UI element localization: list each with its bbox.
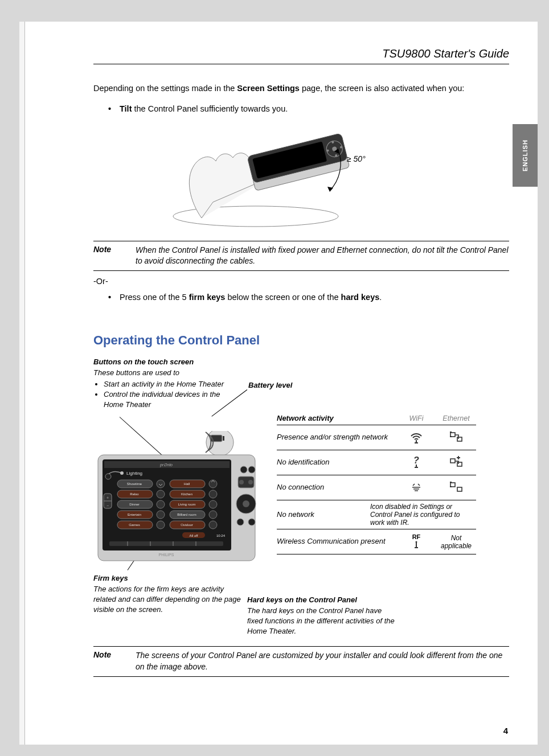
svg-rect-51 — [109, 541, 223, 546]
svg-text:+: + — [106, 496, 109, 500]
svg-point-41 — [209, 511, 217, 519]
page-header: TSU9800 Starter's Guide — [93, 47, 509, 64]
wifi-column-header: WiFi — [396, 414, 436, 422]
note-tilt: Note When the Control Panel is installed… — [93, 241, 509, 271]
network-activity-table: Network activity WiFi Ethernet Presence … — [277, 414, 476, 554]
ethernet-off-icon — [436, 479, 476, 496]
svg-point-66 — [248, 480, 253, 484]
svg-text:pr∅nto: pr∅nto — [159, 463, 173, 467]
svg-point-17 — [120, 471, 124, 475]
svg-point-65 — [239, 480, 244, 484]
svg-rect-81 — [457, 487, 462, 491]
svg-rect-72 — [450, 433, 455, 437]
firm-keys-callout: Firm keys The actions for the firm keys … — [93, 573, 241, 615]
svg-point-20 — [157, 480, 165, 488]
svg-point-69 — [237, 519, 244, 525]
svg-text:Relax: Relax — [130, 492, 138, 496]
svg-text:Showtime: Showtime — [127, 482, 142, 486]
svg-text:Billiard room: Billiard room — [177, 513, 196, 516]
touchscreen-buttons-callout: Buttons on the touch screen These button… — [93, 357, 224, 410]
svg-point-70 — [248, 519, 255, 525]
svg-point-85 — [416, 541, 417, 543]
svg-rect-75 — [450, 436, 452, 437]
svg-text:PHILIPS: PHILIPS — [159, 553, 174, 557]
svg-text:Kitchen: Kitchen — [181, 492, 192, 496]
rf-antenna-icon: RF — [396, 533, 436, 551]
wifi-off-icon — [396, 479, 436, 496]
svg-point-62 — [240, 466, 247, 473]
svg-point-57 — [105, 474, 111, 479]
svg-text:Games: Games — [129, 523, 140, 527]
svg-text:−: − — [106, 504, 109, 508]
ethernet-not-applicable: Not applicable — [436, 534, 476, 550]
network-header-label: Network activity — [277, 414, 396, 422]
language-tab: ENGLISH — [513, 124, 538, 187]
svg-point-32 — [157, 500, 165, 508]
bullet-tilt: Tilt the Control Panel sufficiently towa… — [110, 103, 509, 116]
section-heading: Operating the Control Panel — [93, 333, 509, 348]
screen-title: Lighting — [126, 471, 142, 476]
tilt-threshold-label: ≥ 50° — [347, 154, 366, 163]
note-label: Note — [93, 245, 136, 267]
svg-text:Living room: Living room — [178, 503, 195, 506]
battery-level-callout: Battery level — [248, 381, 292, 389]
svg-rect-78 — [450, 459, 455, 463]
svg-text:?: ? — [413, 455, 419, 465]
svg-point-23 — [209, 480, 217, 488]
svg-rect-80 — [450, 483, 455, 487]
svg-text:Entertain: Entertain — [128, 513, 141, 516]
control-panel-diagram: Buttons on the touch screen These button… — [93, 357, 509, 636]
ethernet-icon — [436, 429, 476, 446]
note-text: When the Control Panel is installed with… — [136, 245, 509, 267]
svg-rect-74 — [450, 432, 452, 433]
svg-text:Outdoor: Outdoor — [181, 523, 193, 527]
svg-text:All off: All off — [190, 534, 198, 537]
intro-paragraph: Depending on the settings made in the Sc… — [93, 83, 509, 95]
wifi-question-icon: ? — [396, 454, 436, 471]
svg-point-38 — [157, 511, 165, 519]
manual-page: TSU9800 Starter's Guide ENGLISH Dependin… — [25, 22, 538, 745]
svg-point-63 — [248, 466, 255, 473]
ethernet-plus-icon — [436, 454, 476, 471]
svg-point-44 — [157, 521, 165, 529]
page-number: 4 — [503, 726, 508, 736]
or-separator: -Or- — [93, 277, 509, 286]
svg-rect-82 — [450, 482, 452, 483]
svg-point-47 — [209, 521, 217, 529]
header-title: TSU9800 Starter's Guide — [382, 47, 509, 60]
ethernet-column-header: Ethernet — [436, 414, 476, 422]
svg-point-29 — [209, 490, 217, 498]
svg-text:10:24: 10:24 — [216, 534, 226, 537]
svg-text:Dinner: Dinner — [129, 503, 140, 506]
bullet-firmkeys: Press one of the 5 firm keys below the s… — [110, 291, 509, 304]
svg-text:Hall: Hall — [184, 482, 190, 486]
svg-point-35 — [209, 500, 217, 508]
svg-point-68 — [243, 500, 249, 507]
tilt-figure: ≥ 50° — [159, 122, 444, 231]
device-illustration: pr∅nto Lighting Showtime Hall Relax Kitc… — [97, 431, 256, 562]
hard-keys-callout: Hard keys on the Control Panel The hard … — [247, 595, 395, 636]
svg-rect-83 — [450, 486, 452, 487]
wifi-signal-icon — [396, 429, 436, 446]
svg-point-26 — [157, 490, 165, 498]
no-network-note: Icon disabled in Settings or Control Pan… — [368, 503, 476, 527]
svg-rect-12 — [223, 436, 224, 441]
note-customized: Note The screens of your Control Panel a… — [93, 646, 509, 676]
